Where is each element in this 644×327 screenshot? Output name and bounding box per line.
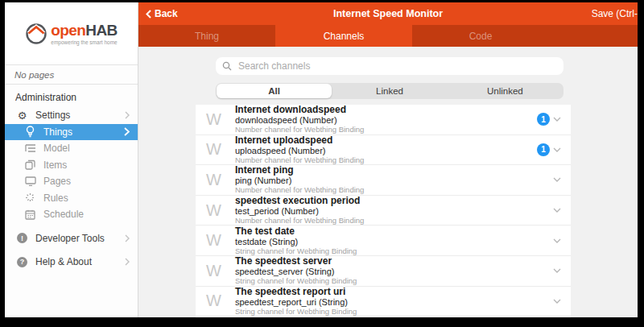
chevron-down-icon[interactable]: [553, 117, 561, 122]
channel-id: speedtest_server (String): [235, 267, 357, 276]
binding-letter: W: [206, 292, 229, 310]
binding-letter: W: [206, 140, 229, 159]
channel-row[interactable]: W Internet ping ping (Number) Number cha…: [196, 165, 571, 196]
chevron-down-icon[interactable]: [553, 147, 561, 152]
channel-title: Internet uploadspeed: [235, 135, 364, 146]
sidebar-item-label: Help & About: [35, 256, 92, 267]
sidebar-item-settings[interactable]: ⚙ Settings: [5, 107, 138, 124]
sidebar-item-developer-tools[interactable]: ! Developer Tools: [5, 230, 138, 247]
chevron-down-icon[interactable]: [553, 268, 561, 273]
channel-list: W Internet downloadspeed downloadspeed (…: [196, 105, 571, 317]
channel-row[interactable]: W speedtest execution period test_period…: [196, 196, 571, 226]
binding-letter: W: [206, 171, 229, 189]
channel-description: String channel for Webthing Binding: [235, 307, 357, 316]
tab-channels[interactable]: Channels: [275, 25, 412, 47]
model-tree-icon: [24, 143, 36, 153]
sidebar-item-schedule[interactable]: Schedule: [5, 206, 138, 223]
channel-id: test_period (Number): [235, 206, 364, 216]
chevron-right-icon: [124, 127, 130, 136]
channel-id: testdate (String): [235, 237, 357, 246]
channel-row[interactable]: W Internet uploadspeed uploadspeed (Numb…: [196, 135, 571, 166]
binding-letter: W: [206, 201, 229, 220]
chevron-right-icon: [125, 234, 130, 242]
chevron-left-icon: [146, 10, 151, 19]
sidebar-item-label: Things: [43, 126, 72, 138]
no-pages-label: No pages: [5, 64, 138, 85]
chevron-down-icon[interactable]: [553, 177, 561, 182]
channel-id: downloadspeed (Number): [235, 115, 364, 125]
back-label: Back: [155, 8, 178, 19]
channel-description: String channel for Webthing Binding: [235, 276, 357, 285]
help-circle-icon: ?: [16, 257, 28, 267]
sidebar-item-things[interactable]: Things: [5, 124, 138, 141]
search-bar[interactable]: [216, 57, 564, 75]
sidebar-item-label: Schedule: [43, 209, 84, 220]
channel-description: Number channel for Webthing Binding: [235, 155, 364, 164]
sidebar-item-help-about[interactable]: ? Help & About: [5, 254, 138, 271]
back-button[interactable]: Back: [138, 8, 178, 19]
chevron-down-icon[interactable]: [553, 208, 561, 213]
chevron-down-icon[interactable]: [553, 238, 561, 243]
brand-tagline: empowering the smart home: [51, 39, 117, 45]
sidebar-item-items[interactable]: Items: [5, 157, 138, 174]
tab-code[interactable]: Code: [412, 25, 549, 47]
navbar: Internet Speed Monitor Back Save (Ctrl-: [138, 2, 638, 25]
sidebar-item-label: Settings: [35, 110, 70, 121]
admin-section-label: Administration: [5, 85, 138, 107]
channels-content: All Linked Unlinked W Internet downloads…: [138, 47, 638, 317]
logo-area: openHAB empowering the smart home: [5, 2, 138, 64]
channel-id: speedtest_report_uri (String): [235, 297, 357, 307]
channel-title: The speedtest server: [235, 256, 357, 267]
channel-row[interactable]: W The speedtest server speedtest_server …: [196, 256, 571, 287]
channel-row[interactable]: W The speedtest report uri speedtest_rep…: [196, 287, 571, 317]
sidebar-item-label: Model: [43, 143, 70, 154]
sidebar-item-model[interactable]: Model: [5, 140, 138, 157]
sidebar-item-rules[interactable]: Rules: [5, 190, 138, 207]
search-icon: [222, 61, 232, 71]
channel-title: Internet downloadspeed: [235, 105, 364, 115]
filter-unlinked[interactable]: Unlinked: [448, 84, 563, 98]
admin-menu: ⚙ Settings Things Model: [5, 107, 138, 271]
search-input[interactable]: [237, 60, 557, 72]
sidebar-item-label: Items: [43, 159, 67, 171]
developer-tools-icon: !: [16, 233, 28, 243]
schedule-calendar-icon: [24, 209, 36, 220]
binding-letter: W: [206, 231, 229, 250]
binding-letter: W: [206, 262, 229, 280]
brand-open: open: [51, 22, 85, 39]
filter-linked[interactable]: Linked: [332, 84, 447, 98]
tab-bar: Thing Channels Code: [138, 25, 638, 47]
pages-display-icon: [24, 176, 36, 186]
sidebar-item-label: Pages: [43, 176, 71, 187]
items-copy-icon: [24, 159, 36, 170]
channel-description: Number channel for Webthing Binding: [235, 216, 364, 225]
filter-all[interactable]: All: [217, 84, 332, 98]
chevron-right-icon: [125, 111, 130, 119]
linked-count-badge: 1: [537, 113, 550, 126]
sidebar-item-label: Rules: [43, 192, 68, 204]
sidebar-item-pages[interactable]: Pages: [5, 173, 138, 190]
channel-title: The test date: [235, 226, 357, 237]
rules-spark-icon: [24, 192, 36, 203]
chevron-down-icon[interactable]: [553, 299, 561, 304]
channel-title: The speedtest report uri: [235, 287, 357, 297]
sidebar: openHAB empowering the smart home No pag…: [5, 2, 138, 317]
channel-id: ping (Number): [235, 176, 364, 185]
channel-description: String channel for Webthing Binding: [235, 246, 357, 255]
channel-row[interactable]: W Internet downloadspeed downloadspeed (…: [196, 105, 571, 135]
save-button[interactable]: Save (Ctrl-: [592, 8, 638, 19]
lightbulb-icon: [24, 126, 36, 138]
channel-row[interactable]: W The test date testdate (String) String…: [196, 226, 571, 256]
brand-hab: HAB: [85, 22, 117, 39]
tab-thing[interactable]: Thing: [138, 25, 275, 47]
openhab-logo: openHAB empowering the smart home: [25, 23, 117, 45]
openhab-logo-icon: [25, 23, 47, 45]
binding-letter: W: [206, 110, 229, 129]
channel-title: speedtest execution period: [235, 196, 364, 206]
channel-title: Internet ping: [235, 165, 364, 176]
channel-description: Number channel for Webthing Binding: [235, 185, 364, 194]
sidebar-item-label: Developer Tools: [35, 233, 105, 244]
gear-icon: ⚙: [16, 110, 28, 121]
main-area: Internet Speed Monitor Back Save (Ctrl- …: [138, 2, 638, 317]
filter-segmented-control: All Linked Unlinked: [216, 83, 564, 99]
